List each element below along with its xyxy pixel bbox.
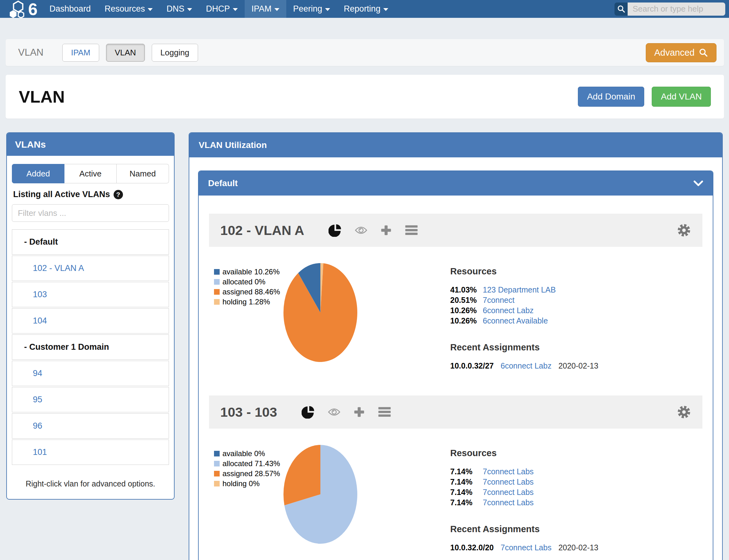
global-search <box>614 3 725 16</box>
tab-logging[interactable]: Logging <box>152 44 198 62</box>
nav-item-peering[interactable]: Peering <box>286 0 337 18</box>
nav-item-label: DHCP <box>206 4 230 14</box>
advanced-search-label: Advanced <box>654 48 695 58</box>
legend-item-assigned: assigned 28.57% <box>214 469 280 479</box>
assignment-block: 10.0.32.0/20 <box>450 542 494 553</box>
vlan-tab-active[interactable]: Active <box>64 164 117 183</box>
search-icon[interactable] <box>614 3 628 16</box>
help-icon[interactable]: ? <box>114 190 123 199</box>
vlan-filter-tabs: AddedActiveNamed <box>12 164 169 183</box>
resource-row: 20.51%7connect <box>450 295 599 305</box>
chevron-down-icon <box>693 180 703 186</box>
recent-assignments-heading: Recent Assignments <box>450 524 599 534</box>
nav-item-dashboard[interactable]: Dashboard <box>43 0 98 18</box>
resource-link[interactable]: 6connect Labz <box>483 305 534 316</box>
nav-item-label: DNS <box>166 4 184 14</box>
plus-icon[interactable] <box>380 225 392 236</box>
vlan-row[interactable]: 94 <box>12 361 169 386</box>
menu-icon[interactable] <box>405 225 418 236</box>
resource-percent: 7.14% <box>450 497 483 508</box>
vlan-row[interactable]: 101 <box>12 440 169 465</box>
resource-row: 10.26%6connect Available <box>450 316 599 326</box>
resources-list: 41.03%123 Department LAB20.51%7connect10… <box>450 285 599 326</box>
vlan-card: 103 - 103 available 0%allocated 71.43%as… <box>209 395 702 560</box>
legend-color-assigned <box>214 289 220 295</box>
advanced-search-button[interactable]: Advanced <box>646 43 716 62</box>
legend-color-holding <box>214 481 220 486</box>
resource-link[interactable]: 7connect <box>483 295 514 305</box>
legend-color-available <box>214 269 220 275</box>
nav-item-ipam[interactable]: IPAM <box>245 0 286 18</box>
main-menu: DashboardResourcesDNSDHCPIPAMPeeringRepo… <box>43 0 395 18</box>
pie-chart-icon[interactable] <box>302 405 315 419</box>
legend-label: holding 1.28% <box>222 297 270 307</box>
legend-color-allocated <box>214 461 220 466</box>
assignment-resource-link[interactable]: 6connect Labz <box>501 361 552 371</box>
resource-link[interactable]: 7connect Labs <box>483 466 534 477</box>
gear-icon[interactable] <box>677 223 691 237</box>
vlan-row[interactable]: 104 <box>12 308 169 333</box>
logo-text: 6 <box>28 1 38 18</box>
legend-label: assigned 28.57% <box>222 469 280 479</box>
resource-percent: 7.14% <box>450 477 483 487</box>
vlan-row[interactable]: 103 <box>12 282 169 307</box>
filter-vlans-input[interactable] <box>12 204 169 222</box>
vlan-tab-added[interactable]: Added <box>12 164 64 183</box>
page-title: VLAN <box>19 87 65 106</box>
section-tabs: IPAMVLANLogging <box>62 44 198 62</box>
resource-percent: 7.14% <box>450 466 483 477</box>
resource-percent: 41.03% <box>450 285 483 295</box>
menu-icon[interactable] <box>378 407 391 417</box>
global-search-input[interactable] <box>628 3 725 16</box>
gear-icon[interactable] <box>677 405 691 419</box>
pie-chart <box>283 262 358 363</box>
tab-vlan[interactable]: VLAN <box>106 44 145 62</box>
vlan-row[interactable]: 102 - VLAN A <box>12 256 169 281</box>
legend-item-allocated: allocated 71.43% <box>214 459 280 469</box>
pie-chart-icon[interactable] <box>329 224 342 237</box>
vlan-domain-row[interactable]: - Customer 1 Domain <box>12 334 169 360</box>
vlan-tab-named[interactable]: Named <box>117 164 169 183</box>
resource-percent: 10.26% <box>450 316 483 326</box>
resource-link[interactable]: 7connect Labs <box>483 487 534 497</box>
domain-group-header[interactable]: Default <box>199 171 713 196</box>
assignments-list: 10.0.0.32/276connect Labz2020-02-13 <box>450 361 599 371</box>
add-vlan-button[interactable]: Add VLAN <box>652 87 711 107</box>
resource-link[interactable]: 6connect Available <box>483 316 548 326</box>
legend-item-assigned: assigned 88.46% <box>214 287 280 297</box>
assignment-row: 10.0.0.32/276connect Labz2020-02-13 <box>450 361 599 371</box>
nav-item-resources[interactable]: Resources <box>98 0 160 18</box>
tab-ipam[interactable]: IPAM <box>62 44 99 62</box>
resource-row: 7.14%7connect Labs <box>450 477 599 487</box>
eye-icon[interactable] <box>328 407 340 417</box>
assignment-resource-link[interactable]: 7connect Labs <box>501 542 552 553</box>
vlan-card-body: available 10.26%allocated 0%assigned 88.… <box>209 247 702 386</box>
vlans-panel-header: VLANs <box>7 133 174 156</box>
eye-icon[interactable] <box>355 226 367 235</box>
plus-icon[interactable] <box>354 406 365 418</box>
vlan-row[interactable]: 96 <box>12 413 169 439</box>
assignment-block: 10.0.0.32/27 <box>450 361 494 371</box>
resource-link[interactable]: 7connect Labs <box>483 477 534 487</box>
resource-link[interactable]: 7connect Labs <box>483 497 534 508</box>
legend-color-available <box>214 451 220 456</box>
nav-item-reporting[interactable]: Reporting <box>337 0 395 18</box>
nav-item-dns[interactable]: DNS <box>160 0 199 18</box>
caret-down-icon <box>325 8 330 11</box>
vlan-row[interactable]: 95 <box>12 387 169 412</box>
caret-down-icon <box>383 8 388 11</box>
pie-chart <box>283 444 358 544</box>
resources-heading: Resources <box>450 266 599 277</box>
assignment-row: 10.0.32.0/207connect Labs2020-02-13 <box>450 542 599 553</box>
vlan-domain-row[interactable]: - Default <box>12 229 169 255</box>
pie-legend: available 10.26%allocated 0%assigned 88.… <box>214 262 280 307</box>
resource-row: 7.14%7connect Labs <box>450 497 599 508</box>
vlan-utilization-header: VLAN Utilization <box>189 133 722 157</box>
nav-item-dhcp[interactable]: DHCP <box>199 0 245 18</box>
legend-item-holding: holding 0% <box>214 479 280 489</box>
add-domain-button[interactable]: Add Domain <box>578 87 644 107</box>
app-logo[interactable]: 6 <box>3 0 43 18</box>
search-icon <box>699 48 708 57</box>
nav-item-label: IPAM <box>252 4 272 14</box>
resource-link[interactable]: 123 Department LAB <box>483 285 556 295</box>
